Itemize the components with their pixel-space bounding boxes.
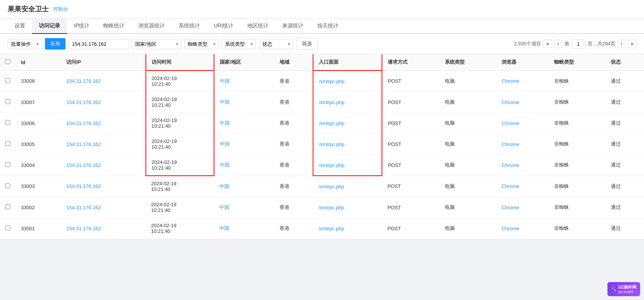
entry-link[interactable]: /xmlrpc.php bbox=[319, 120, 344, 126]
row-checkbox[interactable] bbox=[5, 141, 10, 146]
tab-URI统计[interactable]: URI统计 bbox=[207, 19, 240, 34]
cell-country[interactable]: 中国 bbox=[214, 92, 274, 113]
page-first-btn[interactable]: « bbox=[543, 40, 552, 48]
batch-select[interactable]: 批量操作 bbox=[8, 39, 42, 49]
cell-browser[interactable]: Chrome bbox=[496, 92, 549, 113]
country-link[interactable]: 中国 bbox=[219, 225, 229, 231]
spider-type-select[interactable]: 蜘蛛类型 bbox=[184, 39, 219, 49]
tab-设置[interactable]: 设置 bbox=[8, 19, 32, 34]
select-all-header[interactable] bbox=[0, 54, 16, 71]
row-checkbox-cell[interactable] bbox=[0, 155, 16, 176]
entry-link[interactable]: /xmlrpc.php bbox=[319, 141, 344, 147]
cell-entry[interactable]: /xmlrpc.php bbox=[313, 176, 382, 197]
country-link[interactable]: 中国 bbox=[220, 99, 230, 105]
region-select-wrapper[interactable]: 国家/地区 ▼ bbox=[132, 39, 181, 49]
page-prev-btn[interactable]: ‹ bbox=[555, 40, 562, 48]
cell-entry[interactable]: /xmlrpc.php bbox=[313, 113, 382, 134]
ip-link[interactable]: 154.31.176.162 bbox=[66, 141, 101, 147]
cell-browser[interactable]: Chrome bbox=[496, 197, 549, 218]
row-checkbox[interactable] bbox=[5, 225, 10, 230]
row-checkbox-cell[interactable] bbox=[0, 92, 16, 113]
row-checkbox-cell[interactable] bbox=[0, 113, 16, 134]
entry-link[interactable]: /xmlrpc.php bbox=[319, 79, 344, 84]
cell-ip[interactable]: 154.31.176.162 bbox=[61, 155, 145, 176]
entry-link[interactable]: /xmlrpc.php bbox=[319, 162, 344, 168]
cell-entry[interactable]: /xmlrpc.php bbox=[313, 218, 382, 239]
page-next-btn[interactable]: › bbox=[618, 40, 625, 48]
browser-link[interactable]: Chrome bbox=[502, 141, 519, 147]
browser-link[interactable]: Chrome bbox=[502, 162, 519, 168]
tab-IP统计[interactable]: IP统计 bbox=[67, 19, 96, 34]
tab-蜘蛛统计[interactable]: 蜘蛛统计 bbox=[96, 19, 131, 34]
cell-browser[interactable]: Chrome bbox=[496, 176, 549, 197]
ip-link[interactable]: 154.31.176.162 bbox=[66, 183, 101, 189]
ip-link[interactable]: 154.31.176.162 bbox=[66, 78, 101, 84]
system-type-select-wrapper[interactable]: 系统类型 ▼ bbox=[222, 39, 256, 49]
entry-link[interactable]: /xmlrpc.php bbox=[318, 205, 344, 210]
page-input[interactable] bbox=[572, 40, 585, 48]
row-checkbox-cell[interactable] bbox=[0, 71, 16, 92]
row-checkbox[interactable] bbox=[5, 204, 10, 209]
ip-link[interactable]: 154.31.176.162 bbox=[66, 162, 101, 168]
entry-link[interactable]: /xmlrpc.php bbox=[318, 184, 344, 189]
country-link[interactable]: 中国 bbox=[219, 183, 229, 189]
ip-input-wrap[interactable] bbox=[69, 39, 129, 49]
cell-ip[interactable]: 154.31.176.162 bbox=[61, 71, 145, 92]
cell-country[interactable]: 中国 bbox=[214, 155, 274, 176]
cell-entry[interactable]: /xmlrpc.php bbox=[313, 71, 382, 92]
cell-country[interactable]: 中国 bbox=[214, 134, 274, 155]
cell-entry[interactable]: /xmlrpc.php bbox=[313, 155, 382, 176]
cell-country[interactable]: 中国 bbox=[214, 218, 274, 239]
entry-link[interactable]: /xmlrpc.php bbox=[318, 226, 344, 231]
row-checkbox[interactable] bbox=[5, 99, 10, 104]
cell-ip[interactable]: 154.31.176.162 bbox=[61, 176, 145, 197]
row-checkbox[interactable] bbox=[5, 183, 10, 188]
cell-country[interactable]: 中国 bbox=[214, 71, 274, 92]
ip-link[interactable]: 154.31.176.162 bbox=[66, 205, 101, 210]
browser-link[interactable]: Chrome bbox=[502, 120, 519, 126]
country-link[interactable]: 中国 bbox=[219, 204, 229, 210]
country-link[interactable]: 中国 bbox=[220, 78, 230, 84]
apply-button[interactable]: 应用 bbox=[45, 38, 66, 50]
ip-link[interactable]: 154.31.176.162 bbox=[66, 99, 101, 105]
country-link[interactable]: 中国 bbox=[220, 120, 230, 126]
cell-ip[interactable]: 154.31.176.162 bbox=[61, 92, 145, 113]
system-type-select[interactable]: 系统类型 bbox=[222, 39, 256, 49]
cell-browser[interactable]: Chrome bbox=[496, 113, 549, 134]
tab-系统统计[interactable]: 系统统计 bbox=[172, 19, 207, 34]
browser-link[interactable]: Chrome bbox=[502, 78, 519, 84]
cell-ip[interactable]: 154.31.176.162 bbox=[61, 134, 145, 155]
cell-country[interactable]: 中国 bbox=[214, 176, 274, 197]
cell-browser[interactable]: Chrome bbox=[496, 71, 549, 92]
select-all-checkbox[interactable] bbox=[5, 59, 10, 64]
browser-link[interactable]: Chrome bbox=[502, 183, 519, 189]
control-link[interactable]: 控制台 bbox=[53, 6, 68, 13]
cell-entry[interactable]: /xmlrpc.php bbox=[313, 134, 382, 155]
tab-地区统计[interactable]: 地区统计 bbox=[240, 19, 275, 34]
tab-浏览器统计[interactable]: 浏览器统计 bbox=[131, 19, 172, 34]
tab-按天统计[interactable]: 按天统计 bbox=[310, 19, 345, 34]
row-checkbox-cell[interactable] bbox=[0, 218, 16, 239]
row-checkbox[interactable] bbox=[5, 78, 10, 83]
browser-link[interactable]: Chrome bbox=[502, 99, 519, 105]
spider-type-select-wrapper[interactable]: 蜘蛛类型 ▼ bbox=[184, 39, 219, 49]
status-select[interactable]: 状态 bbox=[259, 39, 293, 49]
ip-link[interactable]: 154.31.176.162 bbox=[66, 120, 101, 126]
page-last-btn[interactable]: » bbox=[628, 40, 636, 48]
cell-ip[interactable]: 154.31.176.162 bbox=[61, 113, 145, 134]
cell-country[interactable]: 中国 bbox=[214, 113, 274, 134]
entry-link[interactable]: /xmlrpc.php bbox=[319, 99, 344, 105]
ip-input[interactable] bbox=[72, 41, 125, 47]
row-checkbox[interactable] bbox=[5, 120, 10, 125]
cell-ip[interactable]: 154.31.176.162 bbox=[61, 197, 145, 218]
batch-select-wrapper[interactable]: 批量操作 ▼ bbox=[8, 39, 42, 49]
cell-entry[interactable]: /xmlrpc.php bbox=[313, 92, 382, 113]
cell-entry[interactable]: /xmlrpc.php bbox=[313, 197, 382, 218]
cell-ip[interactable]: 154.31.176.162 bbox=[61, 218, 145, 239]
country-link[interactable]: 中国 bbox=[220, 141, 230, 147]
row-checkbox-cell[interactable] bbox=[0, 197, 16, 218]
row-checkbox-cell[interactable] bbox=[0, 134, 16, 155]
country-link[interactable]: 中国 bbox=[220, 162, 230, 168]
browser-link[interactable]: Chrome bbox=[502, 205, 519, 210]
filter-button[interactable]: 筛选 bbox=[296, 38, 318, 50]
